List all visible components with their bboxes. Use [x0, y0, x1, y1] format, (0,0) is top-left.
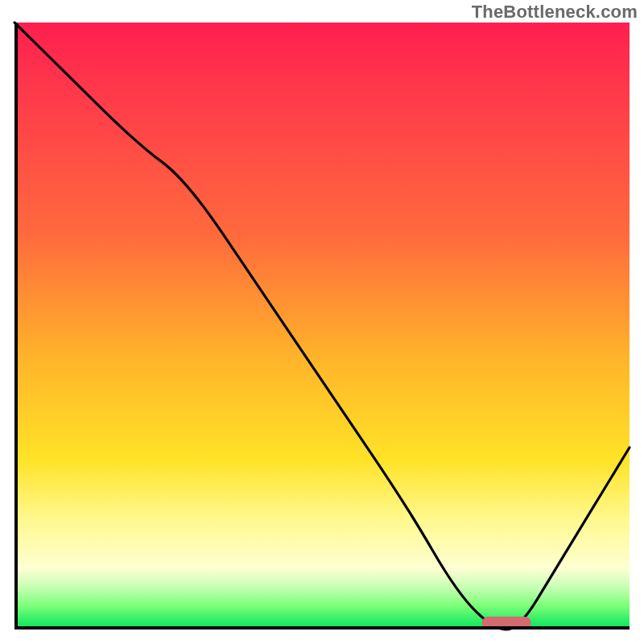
- optimal-range-marker: [482, 617, 531, 630]
- curve-svg: [14, 23, 630, 630]
- watermark-text: TheBottleneck.com: [472, 2, 638, 23]
- bottleneck-curve: [14, 23, 630, 630]
- plot-area: [14, 23, 630, 630]
- chart-container: TheBottleneck.com: [0, 0, 644, 644]
